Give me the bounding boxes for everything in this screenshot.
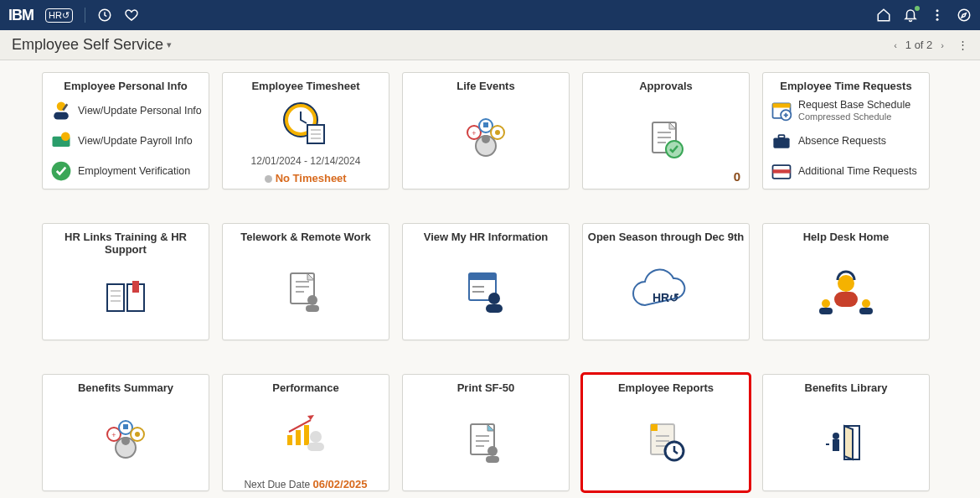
approvals-count: 0 [734,169,740,184]
svg-point-71 [310,431,322,443]
svg-point-85 [833,433,839,439]
pager-prev[interactable]: ‹ [894,40,897,50]
tile-title: Life Events [456,80,514,92]
link-view-update-personal[interactable]: View/Update Personal Info [48,96,204,126]
svg-point-24 [495,130,500,135]
tile-benefits-library[interactable]: Benefits Library [762,374,930,491]
svg-text:HR↺: HR↺ [652,291,679,304]
link-absence-requests[interactable]: Absence Requests [768,126,924,156]
tile-title: Employee Reports [618,381,714,394]
timesheet-status: No Timesheet [265,172,346,184]
tile-open-season[interactable]: Open Season through Dec 9th HR↺ [582,223,750,340]
svg-point-54 [838,275,854,292]
svg-rect-37 [132,281,139,293]
clock-sheet-icon [279,96,333,150]
life-events-icon: + [459,114,513,168]
tile-view-hr-info[interactable]: View My HR Information [402,223,570,340]
link-request-base-schedule[interactable]: Request Base ScheduleCompressed Schedule [768,96,924,126]
svg-rect-68 [287,435,292,445]
svg-rect-72 [307,443,324,451]
tile-grid: Employee Personal Info View/Update Perso… [42,72,946,491]
sub-brand: HR↺ [45,8,73,23]
clock-icon[interactable] [97,8,112,23]
svg-rect-59 [859,308,873,314]
tile-benefits-summary[interactable]: Benefits Summary + [42,374,209,491]
tile-performance[interactable]: Performance Next Due Date 06/02/2025 [222,374,389,491]
svg-point-61 [121,437,130,445]
svg-rect-46 [306,305,319,312]
svg-point-45 [307,295,317,305]
tile-life-events[interactable]: Life Events + [402,72,570,189]
tile-title: Approvals [639,80,693,92]
tile-title: Help Desk Home [803,231,890,243]
svg-rect-65 [123,424,128,429]
tile-help-desk[interactable]: Help Desk Home [762,223,930,340]
svg-rect-33 [773,138,789,148]
status-dot-icon [265,175,272,183]
home-icon[interactable] [876,8,891,23]
tile-time-requests[interactable]: Employee Time Requests Request Base Sche… [762,72,930,189]
svg-rect-69 [296,430,301,445]
heart-icon[interactable] [124,8,139,23]
svg-rect-36 [773,169,791,173]
bell-icon[interactable] [903,8,918,23]
form-person-icon [459,265,513,319]
tile-approvals[interactable]: Approvals 0 [582,72,750,189]
tile-timesheet[interactable]: Employee Timesheet 12/01/2024 - 12/14/20… [222,72,389,189]
svg-point-58 [862,299,870,308]
svg-rect-78 [486,456,499,463]
briefcase-icon [770,129,793,153]
svg-rect-57 [819,308,833,314]
link-view-update-payroll[interactable]: View/Update Payroll Info [48,126,204,156]
tile-print-sf50[interactable]: Print SF-50 [402,374,570,491]
compass-icon[interactable] [957,8,972,23]
svg-point-18 [482,135,490,143]
pager-next[interactable]: › [941,40,944,50]
tile-personal-info[interactable]: Employee Personal Info View/Update Perso… [42,72,209,189]
support-agent-icon [812,265,879,319]
page-title: Employee Self Service [12,36,163,54]
svg-point-77 [487,446,498,456]
svg-rect-48 [469,273,496,280]
benefits-icon: + [99,416,152,469]
cloud-hr-icon: HR↺ [628,265,704,319]
check-circle-icon [49,159,73,183]
brand-logo: IBM [8,7,34,24]
svg-rect-31 [773,103,791,107]
svg-rect-22 [483,122,488,127]
svg-rect-6 [54,112,69,120]
svg-text:+: + [472,129,476,137]
tile-title: Employee Timesheet [251,80,359,92]
calendar-extra-icon [770,159,793,183]
document-person-icon [279,265,333,319]
svg-point-4 [958,9,970,21]
tile-telework[interactable]: Telework & Remote Work [222,223,389,340]
svg-point-2 [936,14,939,17]
svg-point-1 [936,9,939,12]
link-additional-time[interactable]: Additional Time Requests [768,156,924,186]
svg-point-3 [936,18,939,21]
calendar-plus-icon [770,99,793,122]
payroll-icon [49,129,73,153]
kebab-menu-icon[interactable]: ⋮ [957,39,968,51]
tile-title: Telework & Remote Work [240,231,371,243]
svg-point-67 [135,432,140,437]
page-title-dropdown[interactable]: Employee Self Service ▾ [12,36,172,54]
link-employment-verification[interactable]: Employment Verification [48,156,204,186]
tile-title: Benefits Library [805,381,888,394]
person-edit-icon [49,99,73,122]
kebab-menu-icon[interactable] [930,8,945,23]
divider [85,8,85,23]
svg-rect-86 [833,439,839,451]
book-icon [99,271,152,324]
content-scroll[interactable]: Employee Personal Info View/Update Perso… [0,60,980,498]
tile-title: HR Links Training & HR Support [43,231,209,256]
tile-hr-training[interactable]: HR Links Training & HR Support [42,223,209,340]
door-exit-icon [819,416,873,469]
notification-dot [915,6,920,11]
timesheet-range: 12/01/2024 - 12/14/2024 [251,155,361,167]
tile-employee-reports[interactable]: Employee Reports [582,374,750,491]
report-clock-icon [639,416,693,469]
performance-footer: Next Due Date 06/02/2025 [244,478,367,490]
sub-header: Employee Self Service ▾ ‹ 1 of 2 › ⋮ [0,30,980,60]
